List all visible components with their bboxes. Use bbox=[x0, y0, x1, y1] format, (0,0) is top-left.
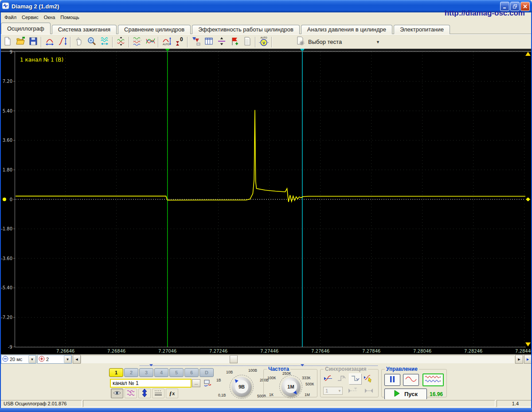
chevron-down-icon: ▼ bbox=[338, 389, 341, 393]
oscilloscope-plot[interactable]: 7.266467.268467.270467.272467.274467.276… bbox=[0, 49, 532, 354]
svg-text:7.20: 7.20 bbox=[3, 79, 12, 84]
svg-text:-7.20: -7.20 bbox=[1, 315, 12, 320]
watermark-url: http://diamag-osc.com bbox=[445, 9, 525, 18]
toolbar-separator bbox=[112, 37, 113, 47]
trigger-cursor-icon bbox=[364, 374, 374, 384]
h-scale-button[interactable] bbox=[43, 35, 56, 48]
menu-service[interactable]: Сервис bbox=[19, 13, 41, 21]
svg-text:7.26646: 7.26646 bbox=[56, 349, 74, 354]
sync-single-trigger-button[interactable] bbox=[322, 374, 334, 384]
sync-source-select[interactable]: 1 ▼ bbox=[323, 387, 343, 395]
sync-pretrigger-button[interactable] bbox=[347, 386, 359, 396]
h-compress-button[interactable] bbox=[98, 35, 111, 48]
merge-channels-button[interactable] bbox=[189, 35, 202, 48]
channel-2-button[interactable]: 2 bbox=[124, 368, 138, 377]
timebase-combobox[interactable]: 20 мс ▼ bbox=[1, 355, 36, 364]
waves-offset-button[interactable] bbox=[131, 35, 144, 48]
rise-edge-icon bbox=[337, 374, 346, 384]
split-view-button[interactable] bbox=[215, 35, 228, 48]
tab-oscillograph[interactable]: Осциллограф bbox=[1, 23, 51, 34]
magnifier-icon bbox=[87, 36, 97, 47]
channel-filter-button[interactable] bbox=[125, 389, 137, 398]
voltage-knob[interactable]: 9В bbox=[232, 377, 251, 396]
h-compress-icon bbox=[100, 36, 110, 47]
voltage-scale-label: 0,1В bbox=[218, 393, 226, 397]
multi-wave-icon bbox=[424, 374, 442, 385]
record-position-row bbox=[0, 364, 532, 367]
sync-cursor-button[interactable] bbox=[363, 374, 375, 384]
tab-ignition-system[interactable]: Система зажигания bbox=[52, 25, 117, 34]
tab-cylinder-efficiency[interactable]: Эффективность работы цилиндров bbox=[192, 25, 300, 34]
hand-tool-button[interactable] bbox=[72, 35, 85, 48]
channel-swap-button[interactable] bbox=[203, 379, 212, 388]
app-icon bbox=[2, 2, 9, 11]
channel-name-input[interactable] bbox=[110, 379, 192, 388]
pause-button[interactable] bbox=[384, 374, 400, 386]
scroll-right-button[interactable]: ► bbox=[515, 355, 523, 364]
zero-level-button[interactable]: 0 bbox=[173, 35, 186, 48]
scrollbar-thumb[interactable] bbox=[230, 355, 238, 363]
channel-1-button[interactable]: 1 bbox=[109, 368, 123, 377]
waves-overlay-icon bbox=[145, 36, 155, 47]
new-file-button[interactable] bbox=[1, 35, 14, 48]
open-file-button[interactable] bbox=[14, 35, 27, 48]
sync-posttrigger-button[interactable] bbox=[363, 386, 375, 396]
channel-6-button[interactable]: 6 bbox=[184, 368, 199, 377]
add-marker-button[interactable] bbox=[228, 35, 241, 48]
frequency-scale-label: 333К bbox=[302, 376, 310, 380]
zoom-tool-button[interactable] bbox=[85, 35, 98, 48]
channel-visibility-button[interactable] bbox=[111, 389, 123, 398]
chevron-down-icon[interactable]: ▼ bbox=[376, 40, 380, 44]
continuous-mode-button[interactable] bbox=[422, 373, 444, 386]
sync-rise-edge-button[interactable] bbox=[336, 374, 347, 384]
waves-overlay-button[interactable] bbox=[144, 35, 156, 48]
auto-measure-icon: AUTOV bbox=[258, 36, 269, 48]
report-button[interactable] bbox=[241, 35, 254, 48]
page-combobox[interactable]: 2 ▼ bbox=[37, 355, 72, 364]
pretrigger-icon bbox=[348, 387, 358, 396]
v-fit-button[interactable] bbox=[114, 35, 127, 48]
table-view-button[interactable] bbox=[202, 35, 215, 48]
test-select-dropdown[interactable]: Выбор теста ▼ bbox=[294, 36, 382, 48]
zero-level-marker[interactable] bbox=[3, 198, 6, 201]
menu-help[interactable]: Помощь bbox=[58, 13, 82, 21]
channel-3-button[interactable]: 3 bbox=[139, 368, 153, 377]
channel-autoscale-button[interactable] bbox=[138, 389, 151, 398]
menu-file[interactable]: Файл bbox=[2, 13, 19, 21]
scroll-left-button[interactable]: ◄ bbox=[73, 355, 81, 364]
tab-cylinder-comparison[interactable]: Сравнение цилиндров bbox=[118, 25, 191, 34]
tab-power-supply[interactable]: Электропитание bbox=[394, 25, 450, 34]
merge-channels-icon bbox=[191, 36, 201, 47]
frequency-knob[interactable]: 1М bbox=[282, 377, 300, 396]
h-scrollbar[interactable] bbox=[81, 355, 514, 363]
zoom-out-icon bbox=[2, 356, 8, 363]
waves-offset-icon bbox=[133, 36, 142, 47]
chevron-down-icon[interactable]: ▼ bbox=[64, 355, 71, 363]
add-marker-icon bbox=[230, 36, 239, 47]
menu-windows[interactable]: Окна bbox=[41, 13, 58, 21]
channel-more-button[interactable]: ... bbox=[192, 379, 200, 387]
auto-scale-button[interactable]: AUTO bbox=[160, 35, 173, 48]
v-scale-icon bbox=[58, 36, 67, 47]
v-scale-button[interactable] bbox=[56, 35, 69, 48]
sync-fall-edge-button[interactable] bbox=[349, 373, 361, 384]
channel-5-button[interactable]: 5 bbox=[169, 368, 184, 377]
tab-cylinder-pressure[interactable]: Анализ давления в цилиндре bbox=[301, 25, 392, 34]
line-style-button[interactable] bbox=[152, 389, 164, 398]
svg-text:AUTO: AUTO bbox=[260, 36, 267, 39]
channel-4-button[interactable]: 4 bbox=[154, 368, 168, 377]
chevron-down-icon[interactable]: ▼ bbox=[28, 355, 36, 363]
test-select-label: Выбор теста bbox=[308, 39, 342, 45]
channel-formula-button[interactable]: ƒx bbox=[166, 389, 178, 398]
save-file-button[interactable] bbox=[27, 35, 39, 48]
toolbar-separator bbox=[255, 37, 256, 47]
auto-scale-icon: AUTO bbox=[162, 36, 172, 47]
auto-measure-button[interactable]: AUTOV bbox=[257, 35, 270, 48]
toolbar-separator bbox=[271, 37, 272, 47]
toolbar-separator bbox=[129, 37, 129, 47]
single-capture-button[interactable] bbox=[403, 374, 419, 386]
channel-d-button[interactable]: D bbox=[200, 368, 214, 377]
play-forward-button[interactable]: ► bbox=[524, 355, 532, 364]
rate-value: 16.96 bbox=[430, 391, 443, 397]
start-button[interactable]: Пуск bbox=[384, 389, 427, 400]
